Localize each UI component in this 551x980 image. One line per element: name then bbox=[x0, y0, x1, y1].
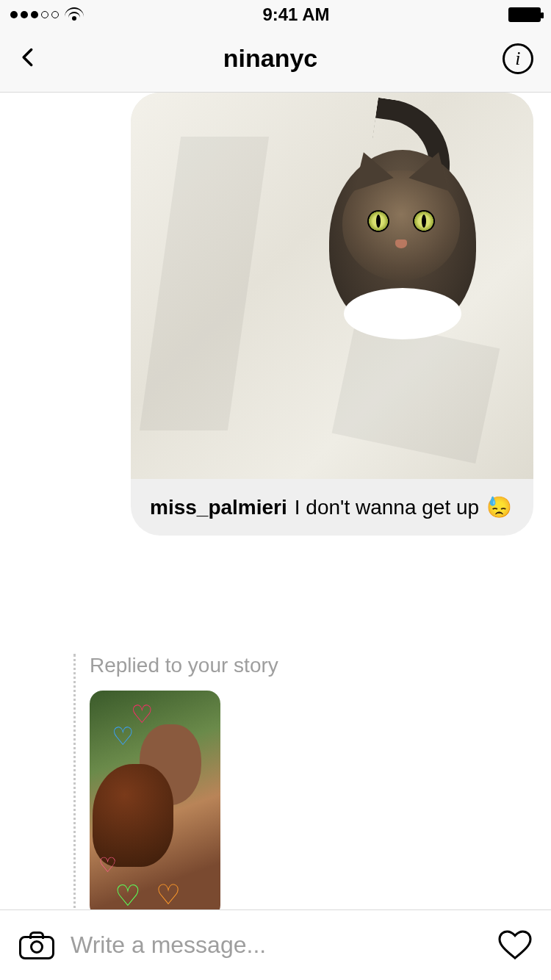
heart-icon: ♡ bbox=[156, 879, 181, 909]
status-left bbox=[10, 7, 84, 22]
message-input[interactable] bbox=[71, 932, 482, 959]
messages-area[interactable]: miss_palmieri I don't wanna get up 😓 Rep… bbox=[0, 93, 551, 909]
wifi-icon bbox=[65, 7, 84, 22]
chat-header: ninanyc i bbox=[0, 29, 551, 93]
chat-title[interactable]: ninanyc bbox=[223, 44, 317, 73]
battery-icon bbox=[508, 7, 541, 22]
status-bar: 9:41 AM bbox=[0, 0, 551, 29]
reply-context-label: Replied to your story bbox=[90, 654, 278, 677]
story-thumbnail[interactable]: ♡ ♡ ♡ ♡ ♡ bbox=[90, 691, 220, 909]
sent-shared-post[interactable]: miss_palmieri I don't wanna get up 😓 bbox=[131, 93, 533, 536]
info-icon: i bbox=[515, 48, 520, 70]
chevron-left-icon bbox=[18, 47, 38, 68]
signal-dots-icon bbox=[10, 11, 59, 18]
heart-icon: ♡ bbox=[112, 721, 134, 751]
reply-thread-line bbox=[73, 654, 76, 909]
shared-post-author: miss_palmieri bbox=[150, 496, 287, 519]
heart-outline-icon bbox=[500, 931, 530, 957]
shared-post-caption[interactable]: miss_palmieri I don't wanna get up 😓 bbox=[131, 479, 533, 536]
heart-icon: ♡ bbox=[115, 879, 141, 909]
camera-button[interactable] bbox=[19, 932, 54, 959]
incoming-story-reply: Replied to your story ♡ ♡ ♡ ♡ ♡ bbox=[73, 654, 278, 909]
shared-post-text: I don't wanna get up bbox=[295, 496, 479, 519]
info-button[interactable]: i bbox=[503, 43, 533, 74]
heart-icon: ♡ bbox=[98, 853, 117, 877]
sweat-emoji-icon: 😓 bbox=[486, 495, 512, 519]
status-time: 9:41 AM bbox=[262, 4, 329, 25]
status-right bbox=[508, 7, 541, 22]
message-composer bbox=[0, 909, 551, 980]
back-button[interactable] bbox=[18, 47, 38, 71]
like-button[interactable] bbox=[498, 930, 532, 961]
heart-icon: ♡ bbox=[131, 699, 153, 729]
shared-post-image[interactable] bbox=[131, 93, 533, 479]
